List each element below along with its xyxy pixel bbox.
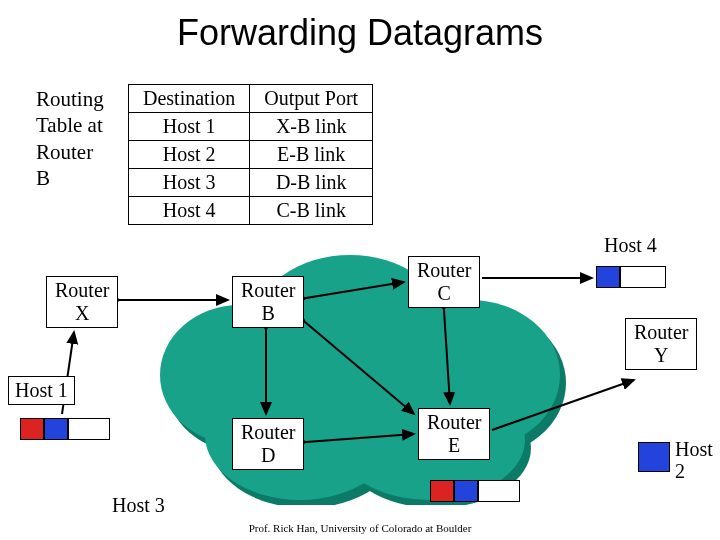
node-label: C (438, 282, 451, 304)
host-2-label: Host 2 (675, 438, 713, 482)
host-3-label: Host 3 (112, 494, 165, 517)
packet-routerY (638, 442, 670, 470)
packet-segment (430, 480, 454, 502)
caption-line: Table at (36, 113, 103, 137)
packet-segment (20, 418, 44, 440)
node-label: X (75, 302, 89, 324)
caption-line: Router (36, 140, 93, 164)
cell-dest: Host 2 (129, 141, 250, 169)
packet-segment (620, 266, 666, 288)
cell-port: X-B link (250, 113, 373, 141)
node-label: E (448, 434, 460, 456)
cell-dest: Host 1 (129, 113, 250, 141)
router-y-node: Router Y (625, 318, 697, 370)
node-label: Router (427, 411, 481, 433)
caption-line: B (36, 166, 50, 190)
router-b-node: Router B (232, 276, 304, 328)
cell-dest: Host 4 (129, 197, 250, 225)
slide-credit: Prof. Rick Han, University of Colorado a… (249, 522, 472, 534)
packet-segment (478, 480, 520, 502)
node-label: D (261, 444, 275, 466)
packet-host4 (596, 266, 666, 286)
page-title: Forwarding Datagrams (0, 12, 720, 54)
cell-dest: Host 3 (129, 169, 250, 197)
packet-segment (454, 480, 478, 502)
packet-host2 (430, 480, 520, 500)
node-label: Y (654, 344, 668, 366)
table-row: Host 2 E-B link (129, 141, 373, 169)
host-4-label: Host 4 (604, 234, 657, 257)
router-d-node: Router D (232, 418, 304, 470)
host-label-line: 2 (675, 460, 685, 482)
router-e-node: Router E (418, 408, 490, 460)
packet-segment (44, 418, 68, 440)
packet-host1 (20, 418, 110, 438)
routing-table: Destination Output Port Host 1 X-B link … (128, 84, 373, 225)
caption-line: Routing (36, 87, 104, 111)
table-row: Host 1 X-B link (129, 113, 373, 141)
node-label: Router (55, 279, 109, 301)
host-1-label: Host 1 (8, 376, 75, 405)
cell-port: C-B link (250, 197, 373, 225)
host-label: Host 1 (15, 379, 68, 401)
col-output-port: Output Port (250, 85, 373, 113)
table-row: Host 3 D-B link (129, 169, 373, 197)
packet-segment (68, 418, 110, 440)
cell-port: D-B link (250, 169, 373, 197)
node-label: Router (241, 421, 295, 443)
host-label-line: Host (675, 438, 713, 460)
router-x-node: Router X (46, 276, 118, 328)
node-label: Router (417, 259, 471, 281)
routing-table-caption: Routing Table at Router B (36, 86, 104, 191)
table-row: Host 4 C-B link (129, 197, 373, 225)
cell-port: E-B link (250, 141, 373, 169)
packet-segment (596, 266, 620, 288)
router-c-node: Router C (408, 256, 480, 308)
network-cloud (150, 245, 580, 505)
node-label: Router (241, 279, 295, 301)
node-label: Router (634, 321, 688, 343)
node-label: B (262, 302, 275, 324)
col-destination: Destination (129, 85, 250, 113)
packet-segment (638, 442, 670, 472)
table-header-row: Destination Output Port (129, 85, 373, 113)
